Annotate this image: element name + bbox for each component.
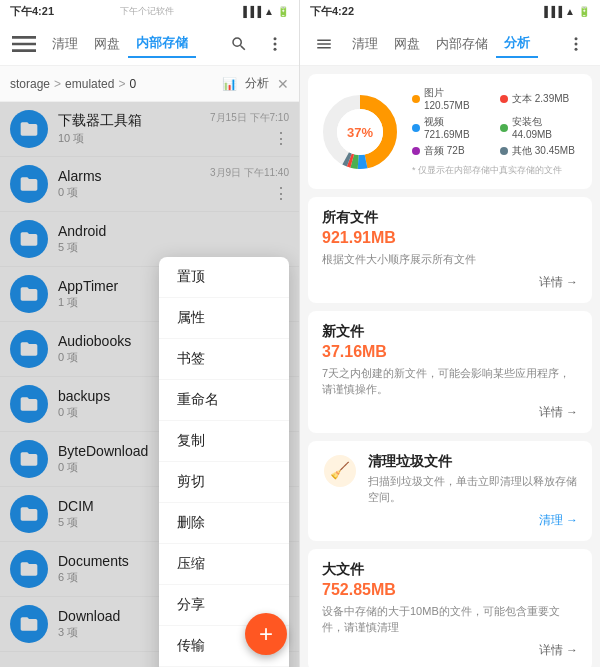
- tab-cloud[interactable]: 网盘: [86, 31, 128, 57]
- tab-internal[interactable]: 内部存储: [128, 30, 196, 58]
- large-files-footer: 详情: [322, 642, 578, 659]
- right-nav-bar: 清理 网盘 内部存储 分析: [300, 22, 600, 66]
- left-nav-bar: 清理 网盘 内部存储: [0, 22, 299, 66]
- menu-icon[interactable]: [308, 28, 340, 60]
- wifi-icon: ▲: [264, 6, 274, 17]
- close-icon[interactable]: ✕: [277, 76, 289, 92]
- svg-point-0: [274, 37, 277, 40]
- large-files-title: 大文件: [322, 561, 578, 579]
- menu-item-pin[interactable]: 置顶: [159, 257, 289, 298]
- junk-clean-button[interactable]: 清理: [539, 512, 578, 529]
- left-nav-tabs: 清理 网盘 内部存储: [44, 30, 219, 58]
- menu-item-bookmark[interactable]: 书签: [159, 339, 289, 380]
- wifi-icon: ▲: [565, 6, 575, 17]
- clean-icon: 🧹: [322, 453, 358, 489]
- junk-content: 清理垃圾文件 扫描到垃圾文件，单击立即清理以释放存储空间。 清理: [368, 453, 578, 529]
- menu-item-rename[interactable]: 重命名: [159, 380, 289, 421]
- video-dot: [412, 124, 420, 132]
- menu-icon[interactable]: [8, 28, 40, 60]
- signal-icon: ▐▐▐: [240, 6, 261, 17]
- right-status-icons: ▐▐▐ ▲ 🔋: [541, 6, 590, 17]
- left-time: 下午4:21: [10, 4, 54, 19]
- search-icon[interactable]: [223, 28, 255, 60]
- text-label: 文本 2.39MB: [512, 92, 569, 106]
- more-icon[interactable]: [560, 28, 592, 60]
- menu-item-compress[interactable]: 压缩: [159, 544, 289, 585]
- left-status-bar: 下午4:21 下午个记软件 ▐▐▐ ▲ 🔋: [0, 0, 299, 22]
- analysis-link[interactable]: 分析: [245, 75, 269, 92]
- legend-text: 文本 2.39MB: [500, 86, 580, 111]
- new-files-footer: 详情: [322, 404, 578, 421]
- tab-clean[interactable]: 清理: [344, 31, 386, 57]
- more-icon[interactable]: [259, 28, 291, 60]
- legend-grid: 图片 120.57MB 文本 2.39MB 视频 721.69MB 安装包 44…: [412, 86, 580, 177]
- new-files-size: 37.16MB: [322, 343, 578, 361]
- menu-item-props[interactable]: 属性: [159, 298, 289, 339]
- junk-desc: 扫描到垃圾文件，单击立即清理以释放存储空间。: [368, 473, 578, 506]
- right-nav-tabs-list: 清理 网盘 内部存储 分析: [344, 30, 556, 58]
- svg-text:🧹: 🧹: [330, 461, 350, 480]
- right-time: 下午4:22: [310, 4, 354, 19]
- breadcrumb: storage > emulated > 0 📊 分析 ✕: [0, 66, 299, 102]
- all-files-footer: 详情: [322, 274, 578, 291]
- chart-icon: 📊: [222, 77, 237, 91]
- left-nav-actions: [223, 28, 291, 60]
- all-files-size: 921.91MB: [322, 229, 578, 247]
- legend-video: 视频 721.69MB: [412, 115, 492, 140]
- right-content: 37% 图片 120.57MB 文本 2.39MB 视频 721.69MB: [300, 66, 600, 667]
- all-files-card[interactable]: 所有文件 921.91MB 根据文件大小顺序展示所有文件 详情: [308, 197, 592, 303]
- crumb-storage[interactable]: storage: [10, 77, 50, 91]
- fab-add-button[interactable]: +: [245, 613, 287, 655]
- junk-title: 清理垃圾文件: [368, 453, 578, 471]
- large-files-detail[interactable]: 详情: [539, 642, 578, 659]
- legend-audio: 音频 72B: [412, 144, 492, 158]
- other-label: 其他 30.45MB: [512, 144, 575, 158]
- other-dot: [500, 147, 508, 155]
- breadcrumb-actions: 📊 分析 ✕: [222, 75, 289, 92]
- tab-internal[interactable]: 内部存储: [428, 31, 496, 57]
- menu-item-delete[interactable]: 删除: [159, 503, 289, 544]
- audio-label: 音频 72B: [424, 144, 465, 158]
- svg-point-4: [575, 42, 578, 45]
- photos-dot: [412, 95, 420, 103]
- left-status-icons: ▐▐▐ ▲ 🔋: [240, 6, 289, 17]
- tab-cloud[interactable]: 网盘: [386, 31, 428, 57]
- new-files-detail[interactable]: 详情: [539, 404, 578, 421]
- chart-legend: 图片 120.57MB 文本 2.39MB 视频 721.69MB 安装包 44…: [412, 86, 580, 177]
- chart-center-label: 37%: [347, 124, 373, 139]
- crumb-sep2: >: [118, 77, 125, 91]
- svg-point-5: [575, 47, 578, 50]
- svg-point-3: [575, 37, 578, 40]
- video-label: 视频 721.69MB: [424, 115, 492, 140]
- audio-dot: [412, 147, 420, 155]
- file-list: 下载器工具箱 10 项 7月15日 下午7:10 ⋮ Alarms 0 项 3月…: [0, 102, 299, 667]
- crumb-sep1: >: [54, 77, 61, 91]
- left-subtitle: 下午个记软件: [120, 5, 174, 18]
- right-panel: 下午4:22 ▐▐▐ ▲ 🔋 清理 网盘 内部存储 分析: [300, 0, 600, 667]
- new-files-desc: 7天之内创建的新文件，可能会影响某些应用程序，请谨慎操作。: [322, 365, 578, 398]
- tab-analysis[interactable]: 分析: [496, 30, 538, 58]
- battery-icon: 🔋: [277, 6, 289, 17]
- menu-item-copy[interactable]: 复制: [159, 421, 289, 462]
- large-files-card[interactable]: 大文件 752.85MB 设备中存储的大于10MB的文件，可能包含重要文件，请谨…: [308, 549, 592, 668]
- crumb-0[interactable]: 0: [129, 77, 136, 91]
- donut-chart: 37%: [320, 92, 400, 172]
- all-files-detail[interactable]: 详情: [539, 274, 578, 291]
- crumb-emulated[interactable]: emulated: [65, 77, 114, 91]
- junk-files-card[interactable]: 🧹 清理垃圾文件 扫描到垃圾文件，单击立即清理以释放存储空间。 清理: [308, 441, 592, 541]
- text-dot: [500, 95, 508, 103]
- menu-item-cut[interactable]: 剪切: [159, 462, 289, 503]
- signal-icon: ▐▐▐: [541, 6, 562, 17]
- left-panel: 下午4:21 下午个记软件 ▐▐▐ ▲ 🔋 清理 网盘 内部存储 storage: [0, 0, 300, 667]
- right-status-bar: 下午4:22 ▐▐▐ ▲ 🔋: [300, 0, 600, 22]
- legend-other: 其他 30.45MB: [500, 144, 580, 158]
- chart-card: 37% 图片 120.57MB 文本 2.39MB 视频 721.69MB: [308, 74, 592, 189]
- junk-footer: 清理: [368, 512, 578, 529]
- all-files-title: 所有文件: [322, 209, 578, 227]
- new-files-card[interactable]: 新文件 37.16MB 7天之内创建的新文件，可能会影响某些应用程序，请谨慎操作…: [308, 311, 592, 433]
- large-files-desc: 设备中存储的大于10MB的文件，可能包含重要文件，请谨慎清理: [322, 603, 578, 636]
- legend-apk: 安装包 44.09MB: [500, 115, 580, 140]
- apk-dot: [500, 124, 508, 132]
- tab-clean[interactable]: 清理: [44, 31, 86, 57]
- legend-photos: 图片 120.57MB: [412, 86, 492, 111]
